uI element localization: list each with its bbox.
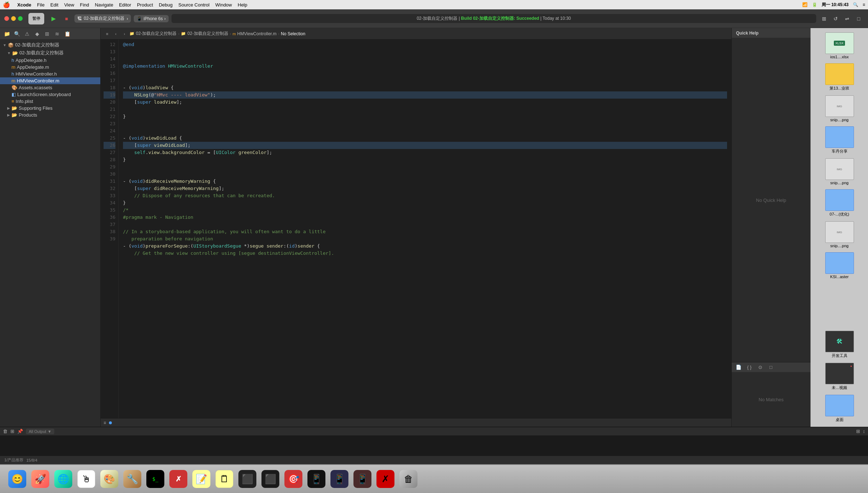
menubar-battery[interactable]: 🔋 (812, 2, 817, 7)
utilities-toggle-button[interactable]: □ (854, 14, 864, 24)
dock-item-app4[interactable]: 📱 (306, 469, 326, 489)
tree-item-infoplist[interactable]: ≡ Info.plist (0, 98, 100, 105)
dock-item-app2[interactable]: ⬛ (260, 469, 280, 489)
sidebar-folder-icon[interactable]: 📁 (3, 30, 11, 38)
menu-product[interactable]: Product (137, 2, 153, 8)
sidebar-warning-icon[interactable]: ⚠ (23, 30, 31, 38)
desktop-item-folder1[interactable]: 第13...业班 (812, 62, 867, 92)
tree-item-appdelegatem[interactable]: m AppDelegate.m (0, 64, 100, 71)
menu-editor[interactable]: Editor (119, 2, 131, 8)
tree-item-launchscreen[interactable]: ◧ LaunchScreen.storyboard (0, 91, 100, 98)
menu-view[interactable]: View (64, 2, 74, 8)
menu-navigate[interactable]: Navigate (95, 2, 113, 8)
dock-item-mouse[interactable]: 🖱 (76, 469, 96, 489)
desktop-item-snip1[interactable]: IMG snip....png (812, 94, 867, 123)
breadcrumb-project[interactable]: 02-加载自定义控制器 (136, 31, 177, 37)
history-icon[interactable]: □ (767, 363, 775, 371)
dock-item-preview[interactable]: 🎨 (99, 469, 119, 489)
desktop-item-folder3[interactable]: 07-...(优化) (812, 188, 867, 218)
sidebar-search-icon[interactable]: 🔍 (13, 30, 21, 38)
editor-content[interactable]: 12 13 14 15 16 17 18 19 20 21 22 23 24 2… (101, 40, 731, 418)
console-resize-button[interactable]: ⊞ (856, 429, 860, 434)
tree-item-hmviewcontrollerh[interactable]: h HMViewController.h (0, 71, 100, 77)
dock-item-notes[interactable]: 🗒 (214, 469, 234, 489)
editor-mode-button[interactable]: ↺ (831, 14, 841, 24)
tree-label-assets: Assets.xcassets (19, 85, 52, 90)
menu-debug[interactable]: Debug (159, 2, 173, 8)
menu-edit[interactable]: Edit (50, 2, 58, 8)
sidebar-thread-icon[interactable]: ≋ (53, 30, 61, 38)
desktop-item-folder2[interactable]: 车丹分享 (812, 125, 867, 155)
editor-back-button[interactable]: ≡ (104, 30, 111, 37)
dock-item-trash[interactable]: 🗑 (398, 469, 419, 489)
menu-source-control[interactable]: Source Control (178, 2, 210, 8)
menubar-search-icon[interactable]: 🔍 (853, 2, 858, 7)
dock-item-xmind[interactable]: ✗ (168, 469, 188, 489)
line-num-13: 13 (104, 48, 115, 55)
apple-menu-icon[interactable]: 🍎 (3, 1, 10, 8)
tree-item-products[interactable]: ▶ 📂 Products (0, 112, 100, 118)
desktop-item-snip2[interactable]: IMG snip....png (812, 157, 867, 186)
desktop-item-videos[interactable]: ● 未...视频 (812, 361, 867, 392)
desktop-item-desktop[interactable]: 桌面 (812, 393, 867, 424)
maximize-window-button[interactable] (18, 16, 23, 21)
code-area[interactable]: @end @implementation HMViewController - … (119, 40, 731, 418)
console-pin-button[interactable]: 📌 (17, 429, 23, 434)
dock-item-terminal[interactable]: $_ (145, 469, 165, 489)
assistant-editor-button[interactable]: ⇌ (842, 14, 852, 24)
dock-item-safari[interactable]: 🌐 (53, 469, 73, 489)
device-selector[interactable]: 📱 iPhone 6s › (134, 15, 168, 22)
tree-item-supporting[interactable]: ▶ 📂 Supporting Files (0, 105, 100, 112)
sidebar-log-icon[interactable]: 📋 (63, 30, 71, 38)
breadcrumb-file[interactable]: HMViewController.m (237, 31, 277, 36)
scheme-selector[interactable]: 🏗 02-加载自定义控制器 › (74, 14, 131, 23)
quick-help-icon[interactable]: { } (745, 363, 753, 371)
sidebar-breakpoint-icon[interactable]: ◆ (33, 30, 41, 38)
dock-item-app3[interactable]: 🎯 (283, 469, 303, 489)
console-toggle-button[interactable]: ≡ (104, 420, 106, 425)
run-button[interactable]: ▶ (49, 14, 59, 24)
menubar-notification-icon[interactable]: ≡ (863, 2, 865, 7)
tree-item-appdelegateh[interactable]: h AppDelegate.h (0, 57, 100, 64)
menubar-wifi[interactable]: 📶 (802, 2, 808, 7)
desktop-item-snip3[interactable]: IMG snip....png (812, 220, 867, 249)
tree-item-hmviewcontrollerm[interactable]: m HMViewController.m (0, 77, 100, 84)
editor-nav-back-button[interactable]: ‹ (112, 30, 119, 37)
desktop-item-xlsx[interactable]: XLSX ios1....xlsx (812, 31, 867, 60)
dock-item-finder[interactable]: 😊 (7, 469, 27, 489)
console-split-button[interactable]: ⊞ (10, 429, 14, 434)
dock-item-app7[interactable]: ✗ (375, 469, 396, 489)
breadcrumb-folder[interactable]: 02-加载自定义控制器 (187, 31, 228, 37)
close-window-button[interactable] (4, 16, 9, 21)
accessibility-icon[interactable]: ⊙ (756, 363, 764, 371)
dock-item-tools[interactable]: 🔧 (122, 469, 142, 489)
app4-icon: 📱 (307, 470, 325, 488)
dock-item-app5[interactable]: 📱 (329, 469, 350, 489)
menu-window[interactable]: Window (215, 2, 232, 8)
pause-button[interactable]: 暂停 (28, 13, 44, 24)
tree-item-group[interactable]: ▼ 📂 02-加载自定义控制器 (0, 49, 100, 57)
menu-file[interactable]: File (37, 2, 45, 8)
console-zoom-button[interactable]: ↕ (863, 429, 865, 434)
code-line-14 (123, 55, 727, 63)
dock-item-app1[interactable]: ⬛ (237, 469, 257, 489)
dock-item-launchpad[interactable]: 🚀 (30, 469, 50, 489)
menu-find[interactable]: Find (80, 2, 89, 8)
menu-xcode[interactable]: Xcode (17, 2, 31, 8)
dock-item-app6[interactable]: 📱 (352, 469, 373, 489)
file-inspector-icon[interactable]: 📄 (735, 363, 743, 371)
menu-help[interactable]: Help (238, 2, 247, 8)
tree-item-assets[interactable]: 🎨 Assets.xcassets (0, 84, 100, 91)
dock-item-stickies[interactable]: 📝 (191, 469, 211, 489)
output-filter-selector[interactable]: All Output ▼ (26, 429, 54, 434)
navigator-toggle-button[interactable]: ⊞ (819, 14, 829, 24)
console-clear-button[interactable]: 🗑 (3, 429, 8, 434)
sidebar-grid-icon[interactable]: ⊞ (43, 30, 51, 38)
minimize-window-button[interactable] (11, 16, 16, 21)
stop-button[interactable]: ■ (61, 14, 72, 24)
desktop-item-devtools[interactable]: 🛠 开发工具 (812, 329, 867, 360)
desktop-item-folder4[interactable]: KSI...aster (812, 251, 867, 280)
editor-nav-forward-button[interactable]: › (121, 30, 128, 37)
console-content[interactable] (0, 436, 868, 456)
tree-item-root[interactable]: ▼ 📦 02-加载自定义控制器 (0, 41, 100, 49)
